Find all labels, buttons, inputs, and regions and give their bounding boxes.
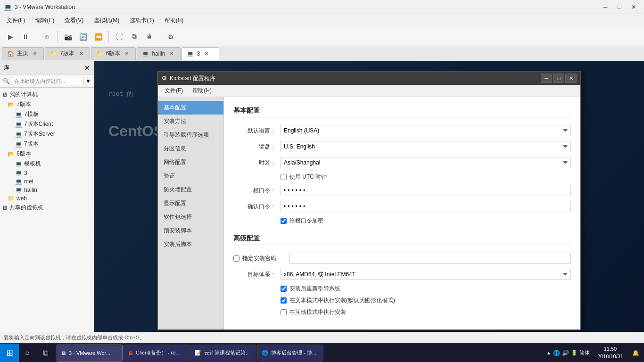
root-password-input[interactable]	[281, 185, 571, 196]
specify-install-input[interactable]	[289, 253, 571, 264]
tray-network-icon[interactable]: 🌐	[553, 350, 560, 356]
dialog-nav: 基本配置 安装方法 引导装载程序选项 分区信息 网络配置 验证 防火墙配置 显示…	[158, 97, 224, 329]
toolbar-snapshot[interactable]: 📷	[61, 30, 74, 43]
nav-network[interactable]: 网络配置	[158, 156, 223, 169]
specify-install-checkbox[interactable]	[233, 255, 239, 262]
interactive-label: 在互动模式中执行安装	[289, 308, 346, 316]
interactive-checkbox-row: 在互动模式中执行安装	[281, 308, 571, 316]
sidebar-item-7ver2[interactable]: 💻 7版本	[0, 139, 94, 149]
tab-3-close[interactable]: ✕	[203, 50, 210, 58]
sidebar-item-7server[interactable]: 💻 7版本Server	[0, 129, 94, 139]
lang-row: 默认语言： English (USA)	[233, 125, 571, 136]
sidebar-item-3-label: 3	[24, 170, 27, 176]
toolbar-snapshot2[interactable]: 🔄	[76, 30, 90, 43]
lang-select[interactable]: English (USA)	[281, 125, 571, 136]
nav-bootloader[interactable]: 引导装载程序选项	[158, 128, 223, 142]
sidebar-item-web[interactable]: 📁 web	[0, 194, 94, 203]
nav-post-script[interactable]: 安装后脚本	[158, 238, 223, 251]
nav-auth[interactable]: 验证	[158, 169, 223, 183]
nav-partition[interactable]: 分区信息	[158, 142, 223, 156]
tray-battery-icon[interactable]: 🔋	[571, 350, 578, 356]
sidebar-item-mei[interactable]: 💻 mei	[0, 177, 94, 186]
keyboard-select[interactable]: U.S. English	[281, 141, 571, 152]
nav-install-method[interactable]: 安装方法	[158, 115, 223, 128]
toolbar-power[interactable]: ▶	[4, 30, 17, 43]
tab-7ver[interactable]: 📁 7版本 ✕	[45, 47, 90, 60]
start-button[interactable]: ⊞	[0, 344, 19, 362]
clock-date: 2018/10/31	[597, 353, 623, 360]
tab-3[interactable]: 💻 3 ✕	[182, 47, 219, 60]
sidebar-item-7template[interactable]: 💻 7模板	[0, 109, 94, 119]
tab-7ver-close[interactable]: ✕	[77, 50, 85, 58]
toolbar-fullscreen[interactable]: ⛶	[113, 30, 126, 43]
menu-file[interactable]: 文件(F)	[2, 16, 30, 25]
encrypt-checkbox[interactable]	[281, 218, 287, 224]
taskview-button[interactable]: ⧉	[36, 344, 55, 362]
nav-firewall[interactable]: 防火墙配置	[158, 183, 223, 197]
dialog-menu-help[interactable]: 帮助(H)	[188, 86, 216, 96]
nav-pre-script[interactable]: 预安装脚本	[158, 224, 223, 238]
dialog-menu-file[interactable]: 文件(F)	[160, 86, 188, 96]
taskbar-item-blog[interactable]: 🌐 博客后台管理 - 博...	[257, 345, 323, 362]
vm-icon-5: 💻	[15, 161, 22, 167]
utc-checkbox[interactable]	[281, 174, 287, 180]
taskbar-item-notes[interactable]: 📝 云计算课程笔记第...	[190, 345, 256, 362]
tab-6ver-close[interactable]: ✕	[123, 50, 131, 58]
tray-volume-icon[interactable]: 🔊	[562, 350, 569, 356]
toolbar-view[interactable]: 🖥	[143, 30, 156, 43]
close-button[interactable]: ✕	[627, 2, 640, 12]
nav-basic-config[interactable]: 基本配置	[158, 101, 223, 115]
taskbar-item-vmware[interactable]: 🖥 3 - VMware Wor...	[57, 345, 123, 362]
toolbar-snapshot3[interactable]: ⏪	[91, 30, 105, 43]
sidebar-item-hailin[interactable]: 💻 hailin	[0, 186, 94, 194]
toolbar-pause[interactable]: ⏸	[19, 30, 32, 43]
tab-6ver[interactable]: 📁 6版本 ✕	[91, 47, 136, 60]
timezone-select[interactable]: Asia/Shanghai	[281, 157, 571, 168]
search-dropdown-icon[interactable]: ▼	[85, 78, 91, 84]
toolbar-prefs[interactable]: ⚙	[164, 30, 177, 43]
textmode-checkbox[interactable]	[281, 297, 287, 304]
tray-expand-icon[interactable]: ▲	[546, 350, 551, 355]
sidebar-item-mycomputer[interactable]: 🖥 我的计算机	[0, 90, 94, 99]
dialog-body: 基本配置 安装方法 引导装载程序选项 分区信息 网络配置 验证 防火墙配置 显示…	[158, 97, 580, 329]
sidebar-item-7client[interactable]: 💻 7版本Client	[0, 119, 94, 129]
notification-button[interactable]: 🔔	[627, 344, 644, 362]
interactive-checkbox[interactable]	[281, 309, 287, 315]
minimize-button[interactable]: ─	[599, 2, 612, 12]
tab-home-close[interactable]: ✕	[31, 50, 39, 58]
menu-vm[interactable]: 虚拟机(M)	[89, 16, 124, 25]
vm-viewport[interactable]: root 的 CentOS ⚙ Kickstart 配置程序 ─ □ ✕	[94, 61, 644, 332]
sidebar-item-template[interactable]: 💻 模板机	[0, 159, 94, 169]
taskbar-item-client[interactable]: 🖥 Client(备份） - ro...	[124, 345, 190, 362]
dialog-close[interactable]: ✕	[565, 74, 577, 83]
taskbar-search-button[interactable]: ○	[19, 344, 36, 362]
confirm-password-input[interactable]	[281, 201, 571, 212]
maximize-button[interactable]: □	[613, 2, 626, 12]
tray-lang-label[interactable]: 简体	[579, 349, 590, 356]
toolbar-send-ctrl[interactable]: ⎋	[40, 30, 53, 43]
sidebar-item-shared[interactable]: 🖥 共享的虚拟机	[0, 203, 94, 213]
sidebar-close-icon[interactable]: ✕	[84, 64, 90, 72]
dialog-title-icon: ⚙	[162, 75, 167, 82]
search-input[interactable]	[12, 77, 83, 85]
dialog-maximize[interactable]: □	[553, 74, 564, 83]
tab-hailin-close[interactable]: ✕	[168, 50, 175, 58]
target-select[interactable]: x86, AMD64, 或 Intel EM64T	[281, 269, 571, 280]
menu-edit[interactable]: 编辑(E)	[31, 16, 59, 25]
taskbar-clock[interactable]: 11:50 2018/10/31	[594, 346, 627, 360]
sidebar-item-7ver[interactable]: 📂 7版本	[0, 99, 94, 109]
menu-view[interactable]: 查看(V)	[60, 16, 88, 25]
menu-help[interactable]: 帮助(H)	[160, 16, 189, 25]
sidebar-item-6ver[interactable]: 📂 6版本	[0, 149, 94, 159]
reboot-checkbox[interactable]	[281, 286, 287, 292]
folder-open-icon: 📂	[8, 101, 15, 108]
sidebar-item-3[interactable]: 💻 3	[0, 169, 94, 177]
dialog-minimize[interactable]: ─	[541, 74, 552, 83]
utc-label: 使用 UTC 时钟	[289, 173, 327, 181]
tab-hailin[interactable]: 💻 hailin ✕	[137, 47, 181, 60]
menu-tabs[interactable]: 选项卡(T)	[125, 16, 158, 25]
nav-packages[interactable]: 软件包选择	[158, 210, 223, 224]
nav-display[interactable]: 显示配置	[158, 197, 223, 210]
toolbar-unity[interactable]: ⧉	[128, 30, 141, 43]
tab-home[interactable]: 🏠 主页 ✕	[2, 47, 44, 60]
